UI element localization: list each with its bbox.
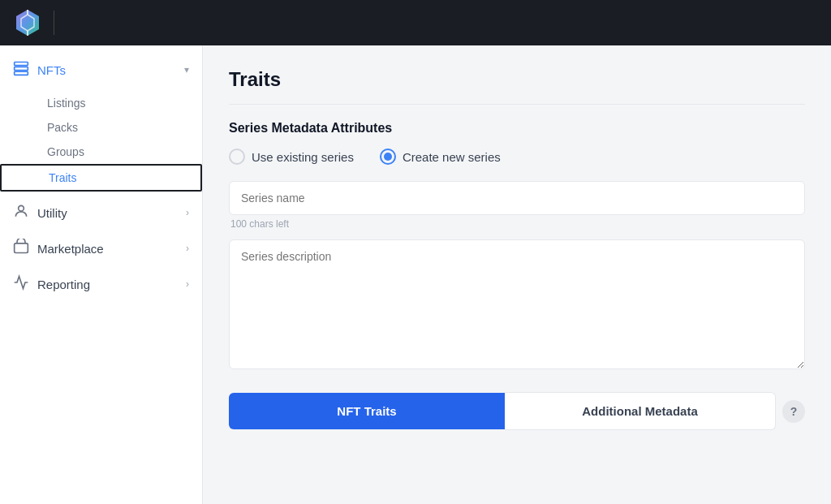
tabs-row: NFT Traits Additional Metadata ? <box>229 392 805 430</box>
series-desc-textarea[interactable] <box>229 239 805 369</box>
help-icon[interactable]: ? <box>782 400 805 423</box>
radio-use-existing[interactable]: Use existing series <box>229 149 354 165</box>
series-name-group <box>229 181 805 215</box>
reporting-label: Reporting <box>37 278 90 291</box>
radio-group: Use existing series Create new series <box>229 149 805 165</box>
page-title: Traits <box>229 68 805 105</box>
nfts-sub-items: Listings Packs Groups Traits <box>0 88 202 195</box>
series-name-input[interactable] <box>229 181 805 215</box>
sidebar-item-utility[interactable]: Utility › <box>0 195 202 230</box>
main-content: Traits Series Metadata Attributes Use ex… <box>203 45 831 504</box>
char-count: 100 chars left <box>230 218 805 230</box>
section-title: Series Metadata Attributes <box>229 121 805 136</box>
sidebar-item-reporting[interactable]: Reporting › <box>0 266 202 302</box>
utility-icon <box>13 203 29 222</box>
marketplace-icon <box>13 239 29 258</box>
reporting-chevron: › <box>186 278 189 290</box>
nfts-label: NFTs <box>37 63 66 77</box>
app-logo <box>13 8 42 37</box>
sidebar-item-listings[interactable]: Listings <box>34 91 202 115</box>
sidebar-item-marketplace[interactable]: Marketplace › <box>0 230 202 266</box>
sidebar-item-packs[interactable]: Packs <box>34 115 202 140</box>
sidebar: NFTs ▾ Listings Packs Groups Traits Util <box>0 45 203 504</box>
svg-point-7 <box>19 205 24 211</box>
nfts-icon <box>13 60 29 80</box>
svg-rect-5 <box>15 67 28 70</box>
radio-circle-existing <box>229 149 245 165</box>
sidebar-item-traits[interactable]: Traits <box>36 166 200 190</box>
topbar-divider <box>54 11 54 35</box>
radio-circle-new <box>380 149 396 165</box>
series-desc-group <box>229 239 805 373</box>
svg-rect-8 <box>15 243 28 253</box>
reporting-icon <box>13 274 29 294</box>
sidebar-item-groups[interactable]: Groups <box>34 140 202 164</box>
utility-chevron: › <box>186 207 189 218</box>
radio-label-new: Create new series <box>403 150 501 164</box>
radio-label-existing: Use existing series <box>252 150 354 164</box>
topbar <box>0 0 831 45</box>
sidebar-item-nfts[interactable]: NFTs ▾ <box>0 52 202 88</box>
marketplace-label: Marketplace <box>37 242 104 256</box>
nfts-chevron: ▾ <box>184 64 189 75</box>
tab-additional-metadata[interactable]: Additional Metadata <box>505 392 776 430</box>
svg-rect-4 <box>15 62 28 66</box>
radio-create-new[interactable]: Create new series <box>380 149 501 165</box>
tab-nft-traits[interactable]: NFT Traits <box>229 393 505 429</box>
svg-rect-6 <box>15 71 28 75</box>
marketplace-chevron: › <box>186 243 189 254</box>
utility-label: Utility <box>37 206 67 220</box>
